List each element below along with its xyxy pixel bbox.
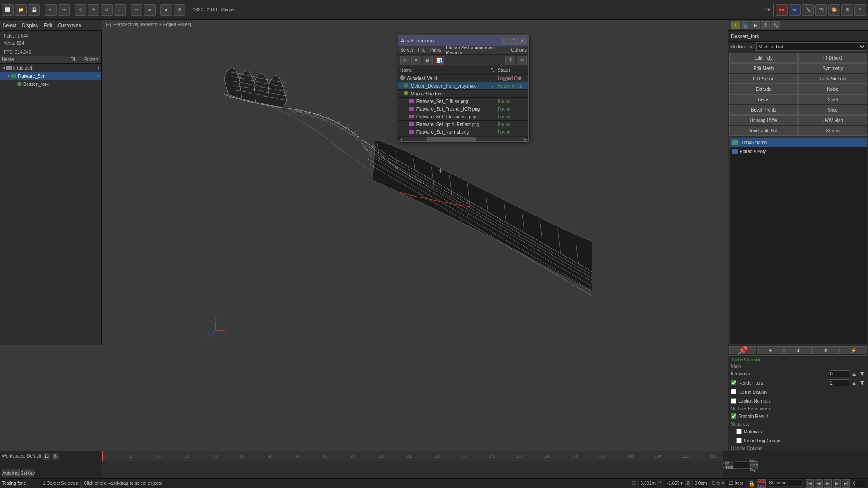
asset-row-reflect[interactable]: Flatware_Set_gold_Reflect.png Found	[398, 121, 528, 128]
rc-icon[interactable]: Rc	[789, 4, 801, 16]
pb-first[interactable]: |◀	[806, 479, 814, 488]
scale-icon[interactable]: ⤢	[114, 4, 126, 16]
asset-tool-1[interactable]: ⟳	[400, 56, 410, 65]
undo-icon[interactable]: ↩	[45, 4, 57, 16]
btn-setkey[interactable]: SetKey	[21, 469, 34, 477]
iterations-up[interactable]: ▲	[851, 370, 857, 377]
asset-row-normal[interactable]: Flatware_Set_Normal.png Found	[398, 128, 528, 136]
asset-row-vraymax[interactable]: Golden_Dessert_Fork_vray.max \ Network P…	[398, 82, 528, 90]
iterations-input[interactable]	[829, 370, 849, 377]
btn-shell[interactable]: Shell	[798, 94, 867, 104]
maximize-button[interactable]: □	[510, 38, 518, 44]
renderiter-down[interactable]: ▼	[859, 379, 865, 386]
stack-item-turbosmooth[interactable]: TurboSmooth	[730, 138, 867, 147]
minimize-button[interactable]: ─	[502, 38, 509, 44]
open-icon[interactable]: 📂	[15, 4, 27, 16]
btn-edit-poly[interactable]: Edit Poly	[729, 53, 798, 63]
asset-row-fresnel[interactable]: Flatware_Set_Fresnel_IOR.png Found	[398, 105, 528, 113]
close-button[interactable]: ✕	[519, 38, 526, 44]
mat-editor-icon[interactable]: 🎨	[828, 4, 840, 16]
menu-select[interactable]: Select	[3, 23, 17, 28]
key-value-input[interactable]	[735, 461, 748, 469]
asset-menu-server[interactable]: Server	[400, 47, 413, 52]
stack-item-editablepoly[interactable]: Editable Poly	[730, 147, 867, 156]
btn-edit-mesh[interactable]: Edit Mesh	[729, 63, 798, 73]
btn-noise[interactable]: Noise	[798, 84, 867, 94]
tree-item-dessertfork[interactable]: Dessert_fork	[0, 80, 101, 88]
btn-add-time[interactable]: Add Time Tag	[750, 461, 758, 469]
redo-icon[interactable]: ↪	[58, 4, 70, 16]
btn-turbosmooth[interactable]: TurboSmooth	[798, 74, 867, 84]
asset-tool-3[interactable]: ⊞	[423, 56, 433, 65]
new-scene-icon[interactable]: ⬜	[2, 4, 14, 16]
asset-scroll-track[interactable]	[402, 137, 524, 141]
asset-tool-2[interactable]: ≡	[411, 56, 421, 65]
tree-item-layer[interactable]: ▼ 0 (default) +	[0, 64, 101, 72]
panel-icon-anim[interactable]: ⏱	[761, 21, 770, 29]
renderiter-input[interactable]	[829, 379, 849, 386]
btn-stack-delete[interactable]: 🗑	[812, 346, 840, 354]
rotate-icon[interactable]: ↺	[101, 4, 113, 16]
render2-icon[interactable]: 📸	[815, 4, 827, 16]
smoothing-groups-checkbox[interactable]	[736, 438, 742, 443]
asset-row-maps[interactable]: Maps / Shaders	[398, 90, 528, 98]
pb-next[interactable]: ▶	[833, 479, 841, 488]
iterations-down[interactable]: ▼	[859, 370, 865, 377]
tool1-icon[interactable]: 🔧	[802, 4, 814, 16]
asset-scroll-thumb[interactable]	[427, 137, 476, 141]
smooth-result-checkbox[interactable]	[731, 413, 736, 419]
btn-symmetry[interactable]: Symmetry	[798, 63, 867, 73]
rb-icon[interactable]: RB	[776, 4, 788, 16]
isoline-checkbox[interactable]	[731, 389, 736, 394]
asset-menu-bitmap[interactable]: Bitmap Performance and Memory	[446, 45, 506, 55]
frame-goto-input[interactable]	[853, 480, 866, 487]
timeline-track[interactable]: 0 10 20 30 40 50 60 70 80 90 100 110 120…	[102, 451, 723, 478]
btn-bevel[interactable]: Bevel	[729, 94, 798, 104]
menu-customize[interactable]: Customize	[58, 23, 81, 28]
select-icon[interactable]: ⊹	[75, 4, 86, 16]
workspace-icon1[interactable]: ⊞	[43, 453, 50, 460]
asset-row-vault[interactable]: Autodesk Vault Logged Out	[398, 75, 528, 82]
asset-menu-options[interactable]: Options	[511, 47, 527, 52]
panel-icon-util[interactable]: 🔧	[771, 21, 780, 29]
tree-item-flatwareset[interactable]: ▼ Flatware_Set +	[0, 72, 101, 80]
btn-extrude[interactable]: Extrude	[729, 84, 798, 94]
asset-tool-settings[interactable]: ⚙	[517, 56, 527, 65]
btn-key-filter[interactable]: Key Filters...	[725, 461, 733, 469]
asset-row-glossiness[interactable]: Flatware_Set_Glossiness.png Found	[398, 113, 528, 121]
btn-edit-spline[interactable]: Edit Spline	[729, 74, 798, 84]
btn-stack-collapse[interactable]: ⬇	[784, 346, 811, 354]
btn-uvw-map[interactable]: UVW Map	[798, 115, 867, 125]
render-setup-icon[interactable]: ⚙	[174, 4, 185, 16]
asset-menu-paths[interactable]: Paths	[430, 47, 442, 52]
explicit-normals-checkbox[interactable]	[731, 398, 736, 404]
panel-icon-display[interactable]: 📺	[741, 21, 750, 29]
btn-xform[interactable]: XForm	[798, 126, 867, 136]
btn-stack-unique[interactable]: ⚡	[840, 346, 867, 354]
autokey-button[interactable]: Auto Key	[758, 479, 766, 488]
btn-stack-add[interactable]: +	[757, 346, 784, 354]
renderiter-up[interactable]: ▲	[851, 379, 857, 386]
pb-play2[interactable]: ▶	[824, 479, 832, 488]
panel-icon-render[interactable]: ▶	[751, 21, 760, 29]
pb-last[interactable]: ▶|	[842, 479, 850, 488]
modifier-list-dropdown[interactable]: Modifier List	[756, 42, 866, 51]
asset-menu-file[interactable]: File	[418, 47, 425, 52]
asset-tool-4[interactable]: 📊	[434, 56, 444, 65]
asset-row-diffuse[interactable]: Flatware_Set_Diffuse.png Found	[398, 98, 528, 105]
render-icon[interactable]: ▶	[160, 4, 172, 16]
move-icon[interactable]: ✛	[88, 4, 99, 16]
btn-pin[interactable]: 📌	[729, 346, 756, 354]
asset-scrollbar[interactable]: ◀ ▶	[398, 136, 528, 141]
materials-checkbox[interactable]	[736, 429, 742, 434]
mirror-icon[interactable]: ⇔	[131, 4, 142, 16]
settings-icon[interactable]: ⚙	[841, 4, 853, 16]
pb-prev[interactable]: ◀	[815, 479, 823, 488]
renderiter-checkbox[interactable]	[731, 380, 736, 385]
btn-unwrap-uvw[interactable]: Unwrap UVW	[729, 115, 798, 125]
workspace-icon2[interactable]: ⚙	[52, 453, 59, 460]
btn-slice[interactable]: Slice	[798, 105, 867, 115]
menu-edit[interactable]: Edit	[44, 23, 52, 28]
track-area[interactable]	[102, 461, 723, 478]
btn-autokey[interactable]: AutoKey	[2, 469, 20, 477]
